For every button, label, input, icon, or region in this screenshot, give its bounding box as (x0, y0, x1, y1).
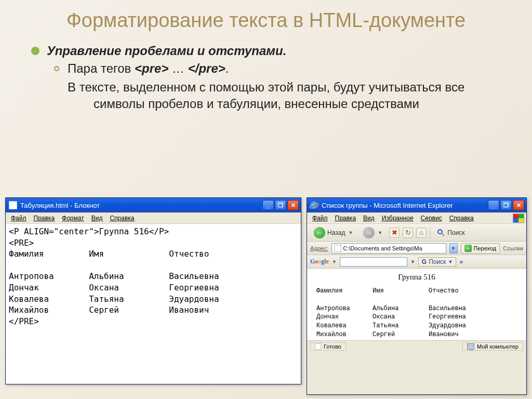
minimize-button[interactable]: _ (262, 200, 274, 210)
google-search-input[interactable] (340, 257, 407, 267)
menu-favorites[interactable]: Избранное (379, 214, 417, 223)
bullet-item: Управление пробелами и отступами. (31, 44, 511, 58)
ie-icon (310, 201, 318, 209)
slide-title: Форматирование текста в HTML-документе (0, 0, 532, 37)
refresh-button[interactable]: ↻ (403, 228, 413, 238)
ie-titlebar[interactable]: Список группы - Microsoft Internet Explo… (307, 198, 526, 212)
notepad-body[interactable]: <P ALIGN="center">Группа 516</P> <PRE> Ф… (6, 224, 301, 384)
address-input[interactable]: C:\Documents and Settings\Ма (331, 243, 446, 254)
status-ready-label: Готово (324, 343, 341, 350)
ie-content: Группа 516 Фамилия Имя Отчество Антропов… (307, 269, 526, 340)
ie-toolbar: ← Назад ▼ → ▼ ✖ ↻ ⌂ Поиск (307, 224, 526, 242)
forward-button[interactable]: → ▼ (360, 225, 386, 241)
preformatted-block: Фамилия Имя Отчество Антропова Альбина В… (316, 287, 517, 339)
status-zone-label: Мой компьютер (477, 343, 518, 350)
menu-edit[interactable]: Правка (31, 214, 58, 223)
svg-line-1 (442, 233, 444, 236)
sub-end: . (225, 61, 229, 75)
menu-view[interactable]: Вид (360, 214, 378, 223)
chevron-down-icon[interactable]: ▼ (410, 259, 415, 264)
go-button[interactable]: → Переход (461, 243, 500, 254)
chevron-down-icon: ▼ (348, 230, 353, 235)
google-logo[interactable]: Google (310, 258, 329, 265)
notepad-title: Табуляция.html - Блокнот (20, 202, 262, 209)
go-arrow-icon: → (464, 245, 472, 252)
google-more[interactable]: » (459, 258, 463, 265)
home-button[interactable]: ⌂ (416, 228, 427, 238)
search-icon (437, 229, 445, 237)
ie-statusbar: Готово Мой компьютер (307, 340, 526, 352)
notepad-menubar: Файл Правка Формат Вид Справка (6, 212, 301, 224)
stop-button[interactable]: ✖ (389, 228, 400, 238)
search-label: Поиск (447, 229, 464, 236)
google-search-label: Поиск (429, 258, 446, 265)
chevron-down-icon[interactable]: ▼ (332, 259, 337, 264)
pre-close-tag: </pre> (188, 61, 225, 75)
status-zone: Мой компьютер (462, 342, 523, 351)
menu-file[interactable]: Файл (309, 214, 331, 223)
address-label: Адрес: (310, 245, 328, 251)
notepad-titlebar[interactable]: Табуляция.html - Блокнот _ ❐ ✕ (6, 198, 301, 212)
bullet-text: Управление пробелами и отступами. (47, 44, 286, 58)
page-heading: Группа 516 (316, 273, 517, 282)
bullet-dot-icon (31, 47, 39, 55)
toolbar-separator (430, 227, 430, 239)
menu-view[interactable]: Вид (88, 214, 106, 223)
menu-edit[interactable]: Правка (332, 214, 360, 223)
document-icon (9, 201, 17, 209)
close-button[interactable]: ✕ (513, 200, 524, 210)
minimize-button[interactable]: _ (488, 200, 499, 210)
address-dropdown[interactable]: ▼ (449, 243, 458, 254)
back-label: Назад (327, 229, 345, 236)
ie-window: Список группы - Microsoft Internet Explo… (307, 197, 527, 395)
google-g-icon: G (422, 258, 427, 265)
ie-addressbar: Адрес: C:\Documents and Settings\Ма ▼ → … (307, 242, 526, 255)
sub-bullet-text: Пара тегов <pre> … </pre>. (68, 61, 229, 76)
chevron-down-icon: ▼ (378, 230, 382, 235)
ie-title: Список группы - Microsoft Internet Explo… (322, 202, 488, 209)
notepad-window: Табуляция.html - Блокнот _ ❐ ✕ Файл Прав… (5, 197, 301, 384)
menu-format[interactable]: Формат (59, 214, 87, 223)
maximize-button[interactable]: ❐ (500, 200, 512, 210)
address-value: C:\Documents and Settings\Ма (343, 245, 422, 251)
pre-open-tag: <pre> (135, 61, 168, 75)
windows-flag-icon (513, 214, 524, 223)
google-search-button[interactable]: G Поиск ▼ (418, 257, 457, 267)
status-ready: Готово (310, 342, 346, 351)
sub-prefix: Пара тегов (68, 61, 135, 75)
sub-bullet-item: Пара тегов <pre> … </pre>. (54, 61, 511, 76)
close-button[interactable]: ✕ (287, 200, 299, 210)
sub-bullet-dot-icon (54, 66, 59, 71)
menu-help[interactable]: Справка (107, 214, 137, 223)
menu-tools[interactable]: Сервис (418, 214, 445, 223)
go-label: Переход (474, 245, 497, 251)
body-paragraph: В тексте, выделенном с помощью этой пары… (68, 79, 490, 113)
svg-point-0 (438, 230, 442, 234)
document-icon (315, 343, 321, 350)
maximize-button[interactable]: ❐ (275, 200, 286, 210)
page-icon (334, 245, 341, 252)
menu-file[interactable]: Файл (8, 214, 30, 223)
links-label[interactable]: Ссылки (503, 245, 523, 251)
computer-icon (467, 343, 474, 350)
search-button[interactable]: Поиск (433, 227, 468, 239)
menu-help[interactable]: Справка (446, 214, 477, 223)
sub-mid: … (168, 61, 188, 75)
slide-content: Управление пробелами и отступами. Пара т… (0, 44, 532, 113)
back-button[interactable]: ← Назад ▼ (310, 225, 356, 241)
forward-arrow-icon: → (363, 227, 375, 238)
back-arrow-icon: ← (314, 227, 325, 238)
google-toolbar: Google ▼ ▼ G Поиск ▼ » (307, 255, 526, 269)
ie-menubar: Файл Правка Вид Избранное Сервис Справка (307, 212, 526, 224)
